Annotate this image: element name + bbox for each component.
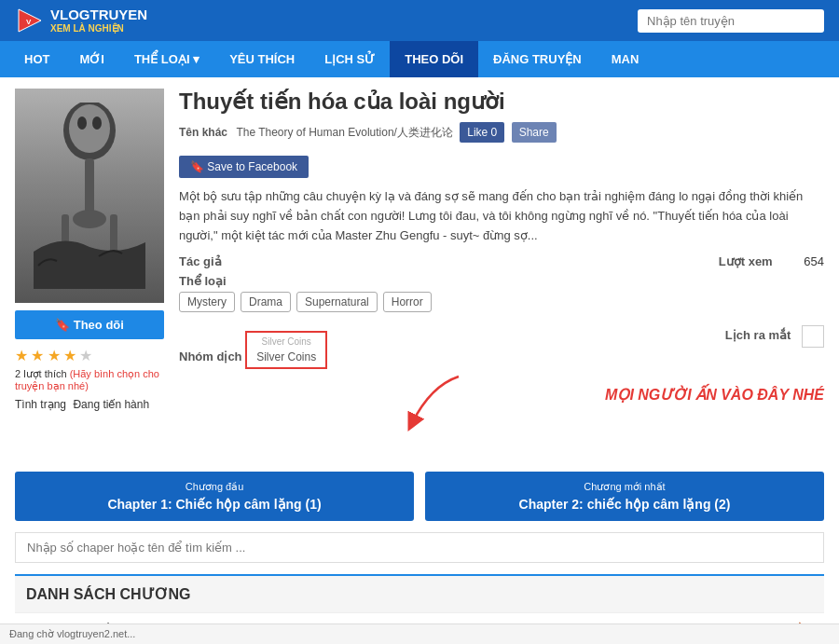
genre-mystery[interactable]: Mystery [179,292,235,312]
ratings: ★ ★ ★ ★ ★ [15,347,164,364]
annotation-arrow [384,367,496,442]
group-badge-sub: Silver Coins [256,336,316,347]
save-facebook-button[interactable]: 🔖 Save to Facebook [179,156,309,178]
search-input[interactable] [638,9,824,33]
statusbar-text: Đang chờ vlogtruyen2.net... [9,628,135,639]
chapter-search-input[interactable] [15,532,824,563]
like-button[interactable]: Like 0 [460,122,504,143]
star-2[interactable]: ★ [31,348,44,363]
star-4[interactable]: ★ [63,348,76,363]
group-badge-name: Silver Coins [256,350,316,363]
svg-point-6 [92,116,102,130]
annotation-text: MỌI NGƯỜI ẤN VÀO ĐÂY NHÉ [605,386,824,404]
views-label: Lượt xem [719,254,773,268]
genre-label: Thể loại [179,274,227,288]
svg-point-8 [73,210,106,228]
rate-text: 2 lượt thích (Hãy bình chọn cho truyện b… [15,368,164,392]
logo-tagline: XEM LÀ NGHIỆN [50,23,147,34]
status-value: Đang tiến hành [73,398,149,411]
statusbar: Đang chờ vlogtruyen2.net... [0,623,839,644]
author-label: Tác giả [179,254,222,268]
book-info: Thuyết tiến hóa của loài người Tên khác … [179,89,824,460]
calendar-icon [802,325,824,348]
nav-man[interactable]: MAN [597,41,654,77]
follow-button[interactable]: 🔖 Theo dõi [15,310,164,339]
navbar: HOT MỚI THỂ LOẠI ▾ YÊU THÍCH LỊCH SỬ THE… [0,41,839,77]
logo-area[interactable]: V VLOGTRUYEN XEM LÀ NGHIỆN [15,6,147,35]
logo-name: VLOGTRUYEN [50,7,147,23]
views-value: 654 [804,254,824,268]
release-label: Lịch ra mắt [725,329,791,343]
cover-svg [34,103,145,289]
first-chapter-title: Chapter 1: Chiếc hộp câm lặng (1) [24,497,405,512]
genre-drama[interactable]: Drama [241,292,291,312]
logo-icon: V [15,6,45,35]
genre-horror[interactable]: Horror [383,292,432,312]
alt-name-row: Tên khác The Theory of Human Evolution/人… [179,122,824,143]
topbar: V VLOGTRUYEN XEM LÀ NGHIỆN [0,0,839,41]
alt-name-label: Tên khác [179,126,227,139]
svg-text:V: V [26,18,32,26]
annotation-area: MỌI NGƯỜI ẤN VÀO ĐÂY NHÉ [179,377,824,460]
share-button[interactable]: Share [512,122,557,143]
svg-point-5 [77,116,87,130]
genre-tags: Mystery Drama Supernatural Horror [179,292,502,312]
nav-theodoi[interactable]: THEO DÕI [390,41,478,77]
status-label: Tình trạng [15,398,66,411]
genre-supernatural[interactable]: Supernatural [296,292,378,312]
latest-chapter-button[interactable]: Chương mới nhất Chapter 2: chiếc hộp câm… [425,472,824,521]
nav-yeuthich[interactable]: YÊU THÍCH [214,41,309,77]
first-chapter-button[interactable]: Chương đầu Chapter 1: Chiếc hộp câm lặng… [15,472,414,521]
main-content: 🔖 Theo dõi ★ ★ ★ ★ ★ 2 lượt thích (Hãy b… [0,77,839,644]
group-label: Nhóm dịch [179,349,242,363]
book-title: Thuyết tiến hóa của loài người [179,89,824,115]
star-3[interactable]: ★ [48,348,61,363]
chapter-list-header: DANH SÁCH CHƯƠNG [15,574,824,612]
nav-theloai[interactable]: THỂ LOẠI ▾ [119,41,214,77]
svg-point-4 [69,104,110,153]
nav-lichsu[interactable]: LỊCH SỬ [309,41,390,77]
group-badge[interactable]: Silver Coins Silver Coins [245,331,327,369]
nav-moi[interactable]: MỚI [64,41,118,77]
latest-chapter-label: Chương mới nhất [434,481,815,493]
star-5[interactable]: ★ [79,348,92,363]
likes-count: 2 lượt thích [15,368,67,379]
book-cover-image [15,89,164,303]
first-chapter-label: Chương đầu [24,481,405,493]
alt-name-value: The Theory of Human Evolution/人类进化论 [236,126,453,139]
nav-dangtruyen[interactable]: ĐĂNG TRUYỆN [478,41,597,77]
meta-grid: Tác giả Lượt xem 654 Thể loại Mystery Dr… [179,254,824,369]
chapter-buttons: Chương đầu Chapter 1: Chiếc hộp câm lặng… [15,472,824,521]
svg-rect-7 [85,158,94,214]
latest-chapter-title: Chapter 2: chiếc hộp câm lặng (2) [434,497,815,512]
status-row: Tình trạng Đang tiến hành [15,398,164,411]
star-1[interactable]: ★ [15,348,28,363]
description: Một bộ sưu tập những câu chuyện kỳ lạ và… [179,187,824,245]
book-detail: 🔖 Theo dõi ★ ★ ★ ★ ★ 2 lượt thích (Hãy b… [15,89,824,460]
nav-hot[interactable]: HOT [9,41,64,77]
book-cover-section: 🔖 Theo dõi ★ ★ ★ ★ ★ 2 lượt thích (Hãy b… [15,89,164,460]
